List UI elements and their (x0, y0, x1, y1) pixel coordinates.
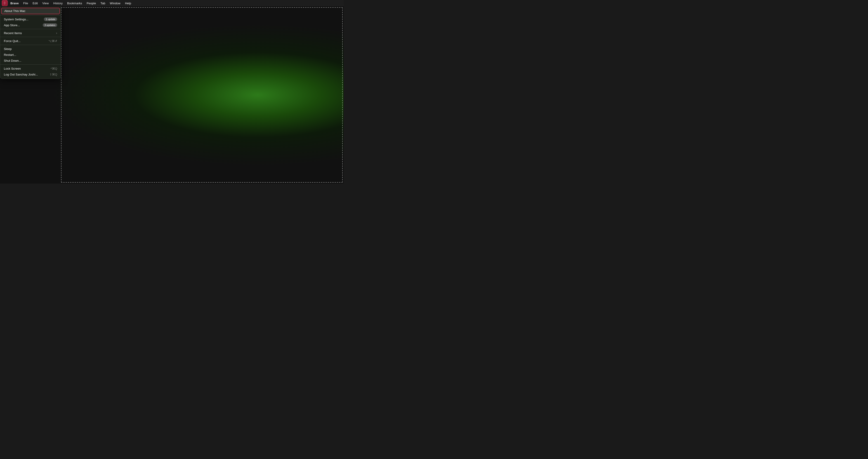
lock-screen-shortcut: ^⌘Q (51, 67, 57, 70)
apple-menu-button[interactable]:  (2, 0, 8, 6)
menu-item-recent-items[interactable]: Recent Items › (0, 30, 61, 36)
menubar-history[interactable]: History (52, 1, 64, 5)
apple-dropdown-menu: About This Mac System Settings... 1 upda… (0, 6, 61, 79)
menu-bar:  Brave File Edit View History Bookmarks… (0, 0, 344, 6)
chevron-right-icon: › (56, 31, 57, 35)
menubar-tab[interactable]: Tab (99, 1, 107, 5)
log-out-shortcut: ⇧⌘Q (50, 73, 57, 76)
desktop-selection (61, 7, 343, 183)
menu-item-sleep[interactable]: Sleep (0, 46, 61, 52)
menubar-help[interactable]: Help (123, 1, 133, 5)
menubar-brave[interactable]: Brave (8, 1, 21, 5)
menu-item-log-out[interactable]: Log Out Sanchay Joshi... ⇧⌘Q (0, 71, 61, 77)
menu-item-force-quit[interactable]: Force Quit... ⌥⌘↺ (0, 38, 61, 44)
menu-item-lock-screen[interactable]: Lock Screen ^⌘Q (0, 65, 61, 71)
separator-2 (0, 29, 61, 29)
menubar-file[interactable]: File (22, 1, 30, 5)
menu-item-shut-down[interactable]: Shut Down... (0, 58, 61, 63)
menu-item-about[interactable]: About This Mac (1, 8, 60, 14)
menubar-people[interactable]: People (85, 1, 98, 5)
menu-item-app-store[interactable]: App Store... 3 updates (0, 22, 61, 28)
menu-item-restart[interactable]: Restart... (0, 52, 61, 58)
menubar-bookmarks[interactable]: Bookmarks (65, 1, 84, 5)
menubar-window[interactable]: Window (108, 1, 122, 5)
force-quit-shortcut: ⌥⌘↺ (49, 39, 57, 43)
separator-5 (0, 64, 61, 65)
menubar-view[interactable]: View (40, 1, 51, 5)
separator-1 (0, 15, 61, 16)
separator-3 (0, 37, 61, 37)
menubar-edit[interactable]: Edit (31, 1, 39, 5)
menu-item-system-settings[interactable]: System Settings... 1 update (0, 16, 61, 22)
